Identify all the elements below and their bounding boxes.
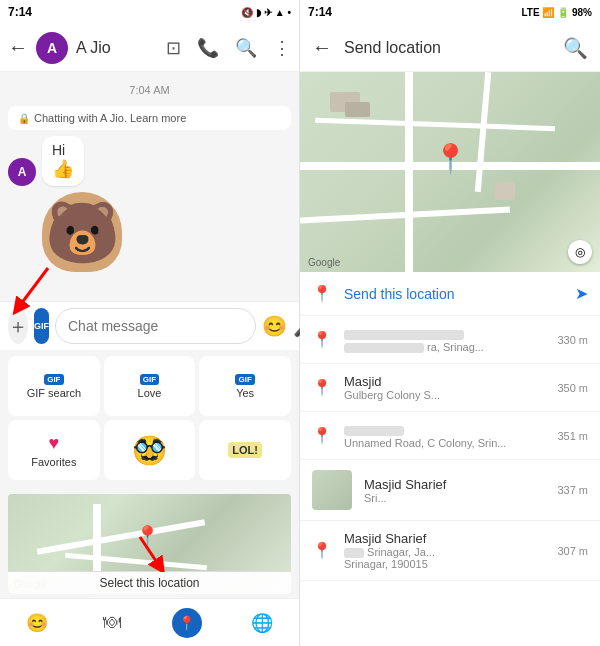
lock-icon: 🔒 (18, 113, 30, 124)
nav-food[interactable]: 🍽 (75, 599, 150, 646)
map-preview-strip[interactable]: 📍 Google Select this location (8, 494, 291, 594)
map-main-road-h3 (315, 118, 555, 131)
gif-favorites-cell[interactable]: ♥ Favorites (8, 420, 100, 480)
status-icons-left: 🔇 ◗ ✈ ▲ • (241, 7, 291, 18)
gif-sticker-cell1[interactable]: 🥸 (104, 420, 196, 480)
send-loc-back-button[interactable]: ← (312, 36, 332, 59)
food-nav-icon: 🍽 (103, 612, 121, 633)
right-panel: 7:14 LTE 📶 🔋 98% ← Send location 🔍 📍 ◎ G… (300, 0, 600, 646)
status-bar-left: 7:14 🔇 ◗ ✈ ▲ • (0, 0, 299, 24)
location-pin-icon-1: 📍 (312, 378, 332, 397)
chat-timestamp: 7:04 AM (8, 80, 291, 100)
location-item-2[interactable]: 📍 Unnamed Road, C Colony, Srin... 351 m (300, 412, 600, 460)
location-name-4: Masjid Sharief (344, 531, 549, 546)
emoji-nav-icon: 😊 (26, 612, 48, 634)
map-main-road-v2 (475, 72, 491, 192)
gif-sticker-cell2[interactable]: LOL! (199, 420, 291, 480)
location-info-3: Masjid Sharief Sri... (364, 477, 549, 504)
status-time-left: 7:14 (8, 5, 32, 19)
location-distance-3: 337 m (557, 484, 588, 496)
gif-love-cell[interactable]: GIF Love (104, 356, 196, 416)
contact-avatar: A (36, 32, 68, 64)
video-call-icon[interactable]: ⊡ (166, 37, 181, 59)
map-road-1 (37, 519, 205, 554)
map-road-3 (65, 553, 206, 570)
contact-name: A Jio (76, 39, 158, 57)
gif-panel: GIF GIF search GIF Love GIF Yes ♥ Favori… (0, 350, 299, 646)
location-pin-icon-0: 📍 (312, 330, 332, 349)
send-loc-search-icon[interactable]: 🔍 (563, 36, 588, 60)
gif-yes-cell[interactable]: GIF Yes (199, 356, 291, 416)
map-pin-small: 📍 (135, 524, 160, 548)
send-loc-pin-icon: 📍 (312, 284, 332, 303)
location-address-4b: Srinagar, 190015 (344, 558, 549, 570)
location-item-1[interactable]: 📍 Masjid Gulberg Colony S... 350 m (300, 364, 600, 412)
nav-location[interactable]: 📍 (150, 599, 225, 646)
nav-emoji[interactable]: 😊 (0, 599, 75, 646)
input-row: ＋ GIF 😊 🎤 (0, 301, 299, 350)
thumb-emoji: 👍 (52, 159, 74, 179)
location-item-3[interactable]: Masjid Sharief Sri... 337 m (300, 460, 600, 521)
send-this-location-text: Send this location (344, 286, 575, 302)
gif-button[interactable]: GIF (34, 308, 49, 344)
bottom-nav: 😊 🍽 📍 🌐 (0, 598, 299, 646)
more-nav-icon: 🌐 (251, 612, 273, 634)
map-road-2 (93, 504, 101, 574)
left-panel: 7:14 🔇 ◗ ✈ ▲ • ← A A Jio ⊡ 📞 🔍 ⋮ 7:04 AM… (0, 0, 300, 646)
bear-face-emoji: 🐻 (45, 197, 120, 268)
location-name-3: Masjid Sharief (364, 477, 549, 492)
location-info-2: Unnamed Road, C Colony, Srin... (344, 422, 549, 449)
back-button[interactable]: ← (8, 36, 28, 59)
sticker-emoji-1: 🥸 (132, 434, 167, 467)
status-time-right: 7:14 (308, 5, 332, 19)
send-this-location-item[interactable]: 📍 Send this location ➤ (300, 272, 600, 316)
status-icons-right: LTE 📶 🔋 98% (522, 7, 593, 18)
favorites-label: Favorites (31, 456, 76, 468)
location-item-4[interactable]: 📍 Masjid Sharief Srinagar, Ja... Srinaga… (300, 521, 600, 581)
bear-sticker: 🐻 (42, 192, 122, 272)
location-distance-2: 351 m (557, 430, 588, 442)
select-location-bar[interactable]: Select this location (8, 571, 291, 594)
search-icon[interactable]: 🔍 (235, 37, 257, 59)
gif-badge-yes: GIF (235, 374, 254, 385)
app-bar-left: ← A A Jio ⊡ 📞 🔍 ⋮ (0, 24, 299, 72)
location-info-0: ra, Srinag... (344, 326, 549, 353)
map-main-road-v1 (405, 72, 413, 272)
location-distance-0: 330 m (557, 334, 588, 346)
location-name-2 (344, 422, 549, 437)
nav-more[interactable]: 🌐 (224, 599, 299, 646)
location-address-3: Sri... (364, 492, 549, 504)
plus-icon: ＋ (8, 313, 28, 340)
emoji-button[interactable]: 😊 (262, 314, 287, 338)
status-bar-right: 7:14 LTE 📶 🔋 98% (300, 0, 600, 24)
message-text-hi: Hi (52, 142, 65, 158)
phone-icon[interactable]: 📞 (197, 37, 219, 59)
location-distance-4: 307 m (557, 545, 588, 557)
location-address-0: ra, Srinag... (344, 341, 549, 353)
location-thumb-3 (312, 470, 352, 510)
add-button[interactable]: ＋ (8, 308, 28, 344)
location-name-1: Masjid (344, 374, 549, 389)
gif-badge-love: GIF (140, 374, 159, 385)
location-item-0[interactable]: 📍 ra, Srinag... 330 m (300, 316, 600, 364)
map-building-3 (495, 182, 515, 200)
map-main-pin: 📍 (433, 142, 468, 175)
more-icon[interactable]: ⋮ (273, 37, 291, 59)
location-list: 📍 Send this location ➤ 📍 ra, Srinag... 3… (300, 272, 600, 646)
gif-search-cell[interactable]: GIF GIF search (8, 356, 100, 416)
gif-row-2: ♥ Favorites 🥸 LOL! (8, 420, 291, 480)
gif-icon-text: GIF (34, 321, 49, 331)
select-location-text[interactable]: Select this location (99, 576, 199, 590)
message-row-hi: A Hi 👍 (8, 136, 291, 186)
chat-input[interactable] (55, 308, 256, 344)
location-distance-1: 350 m (557, 382, 588, 394)
location-info-1: Masjid Gulberg Colony S... (344, 374, 549, 401)
gif-love-label: Love (138, 387, 162, 399)
send-arrow-icon: ➤ (575, 284, 588, 303)
chat-area: 7:04 AM 🔒 Chatting with A Jio. Learn mor… (0, 72, 299, 301)
map-main[interactable]: 📍 ◎ Google (300, 72, 600, 272)
lol-sticker: LOL! (228, 442, 262, 458)
map-compass[interactable]: ◎ (568, 240, 592, 264)
location-pin-icon-2: 📍 (312, 426, 332, 445)
chat-notice-text: Chatting with A Jio. Learn more (34, 112, 186, 124)
